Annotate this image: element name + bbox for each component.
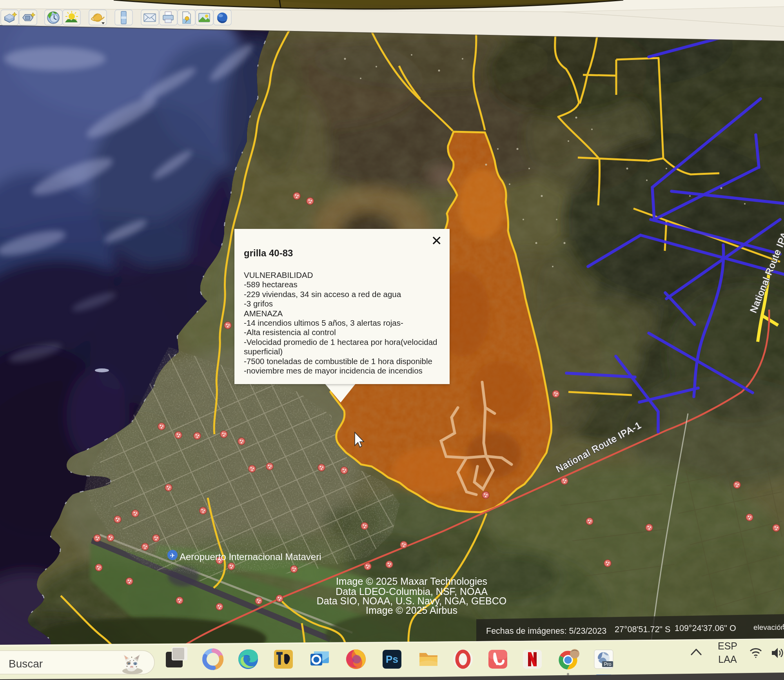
svg-text:Ps: Ps [386,653,398,665]
svg-text:LAA: LAA [718,654,737,665]
svg-text:Buscar: Buscar [9,658,43,670]
svg-text:ESP: ESP [718,640,737,651]
svg-text:Pro: Pro [604,662,612,667]
